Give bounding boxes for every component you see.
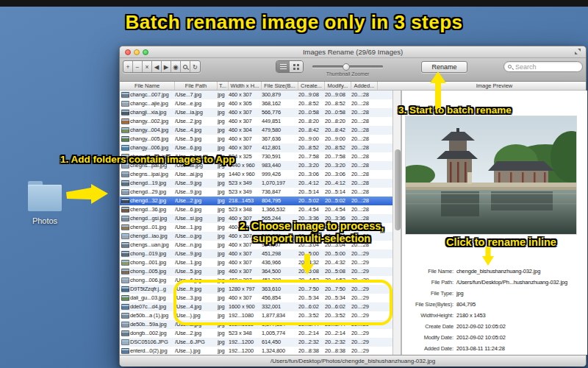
cell-name: changy...006.jpg: [130, 144, 175, 152]
cell-path: /Use...9.jpg: [175, 188, 218, 197]
list-view-icon: [280, 64, 287, 69]
table-row[interactable]: chengd...32.jpg/Use...2.jpgjpg218...1453…: [120, 197, 392, 205]
cell-dims: 523 x 349: [229, 188, 262, 197]
table-row[interactable]: chong...019.jpg/Use...9.jpgjpg460 x 3074…: [120, 250, 392, 258]
cell-type: jpg: [218, 126, 229, 135]
slider-knob[interactable]: [343, 63, 350, 71]
column-header-added[interactable]: Added...: [351, 82, 378, 90]
table-row[interactable]: changy...005.jpg/Use...5.jpgjpg460 x 307…: [120, 135, 392, 144]
cell-name: de50b...a (1).jpg: [130, 311, 175, 320]
cell-size: 730,591: [262, 152, 298, 161]
info-row: File Type:jpg: [402, 288, 588, 299]
table-row[interactable]: changc...007.jpg/Use...7.jpgjpg460 x 307…: [120, 91, 392, 99]
info-row: Create Date2012-09-02 10:05:02: [402, 321, 588, 332]
prev-button[interactable]: ◀: [152, 61, 162, 72]
cell-created: 20...5:14: [298, 188, 325, 197]
info-value[interactable]: chengde_bishushanzhuang-032.jpg: [453, 266, 588, 277]
info-value[interactable]: 2012-09-02 10:05:02: [453, 332, 588, 343]
add-button[interactable]: +: [123, 61, 133, 72]
cell-created: 20...8:20: [298, 117, 325, 126]
info-label: File Type:: [402, 288, 453, 299]
file-thumbnail-icon: [121, 145, 129, 151]
table-row[interactable]: chong...001.jpg/Use...1.jpgjpg460 x 3074…: [120, 258, 392, 267]
info-value[interactable]: 2012-09-02 10:05:02: [453, 321, 588, 332]
table-row[interactable]: enterd...0(2).jpg/Use...).jpgjpg192...12…: [120, 347, 392, 355]
thumbnail-zoomer-slider[interactable]: [312, 66, 383, 68]
table-row[interactable]: chong...005.jpg/Use...5.jpgjpg460 x 3073…: [120, 267, 392, 276]
column-header-size[interactable]: File Size(B...: [262, 82, 298, 90]
info-value[interactable]: 804,795: [453, 299, 588, 310]
banner-text: Batch rename image only in 3 steps: [0, 11, 588, 34]
desktop: Batch rename image only in 3 steps Photo…: [0, 0, 588, 368]
next-button[interactable]: ▶: [162, 61, 171, 72]
info-label: File Name:: [402, 266, 453, 277]
cell-modified: 20...9:00: [325, 135, 351, 144]
cell-dims: 192...1200: [229, 338, 262, 347]
info-value[interactable]: jpg: [453, 288, 588, 299]
step2-line1: 2. Choose image to process,: [218, 220, 406, 233]
file-thumbnail-icon: [121, 295, 129, 301]
table-row[interactable]: DSC05106.JPG/Use...6.JPGjpg192...1200614…: [120, 338, 392, 347]
column-header-name[interactable]: File Name: [120, 82, 175, 90]
title-bar: Images Rename (29/69 Images): [120, 46, 586, 58]
column-header-dims[interactable]: Width x H...: [229, 82, 262, 90]
table-row[interactable]: chengd...19.jpg/Use...9.jpgjpg523 x 3491…: [120, 179, 392, 188]
cell-name: chegns...ipai.jpg: [130, 170, 175, 179]
table-row[interactable]: changc...ajie.jpg/Use...e.jpgjpg460 x 30…: [120, 99, 392, 108]
table-row[interactable]: changy...006.jpg/Use...6.jpgjpg460 x 307…: [120, 144, 392, 152]
cell-type: jpg: [218, 99, 229, 108]
cell-size: 449,851: [262, 117, 298, 126]
photos-folder-icon[interactable]: [28, 181, 62, 213]
column-header-create[interactable]: Create...: [298, 82, 325, 90]
cell-name: changc...007.jpg: [130, 91, 175, 99]
search-field[interactable]: [503, 61, 583, 72]
cell-path: /Use...4.jpg: [175, 126, 218, 135]
cell-path: /Use...5.jpg: [175, 267, 218, 276]
resize-icon[interactable]: [575, 49, 581, 55]
cell-type: jpg: [218, 179, 229, 188]
table-row[interactable]: chengd...29.jpg/Use...9.jpgjpg523 x 3497…: [120, 188, 392, 197]
cell-added: 20...:28: [351, 179, 378, 188]
cell-path: /Use...).jpg: [175, 347, 218, 355]
cell-size: 1,005,774: [262, 329, 298, 338]
column-header-type[interactable]: T...: [218, 82, 229, 90]
column-header-modify[interactable]: Modify...: [325, 82, 351, 90]
status-bar: /Users/fun/Desktop/Photos/chengde_bishus…: [120, 355, 586, 367]
cell-path: /Use...2.jpg: [175, 117, 218, 126]
list-view-segment[interactable]: [276, 61, 290, 72]
table-row[interactable]: changy...002.jpg/Use...2.jpgjpg460 x 307…: [120, 117, 392, 126]
cell-added: 20...:29: [351, 347, 378, 355]
cell-modified: 20...4:54: [325, 205, 351, 214]
table-row[interactable]: chegns...ipai.jpg/Use...ai.jpgjpg1440 x …: [120, 170, 392, 179]
info-value[interactable]: /Users/fun/Desktop/Ph...hushanzhuang-032…: [453, 277, 588, 288]
search-button[interactable]: [181, 61, 190, 72]
multi-selection-highlight-box: [173, 280, 392, 325]
cell-modified: 20...5:14: [325, 188, 351, 197]
refresh-button[interactable]: ↻: [190, 61, 200, 72]
delete-button[interactable]: ×: [143, 61, 152, 72]
cell-added: 20...:28: [351, 152, 378, 161]
cell-name: changji...xia.jpg: [130, 108, 175, 117]
table-row[interactable]: dongb...002.jpg/Use...2.jpgjpg523 x 3481…: [120, 329, 392, 338]
preview-button[interactable]: ◉: [171, 61, 181, 72]
file-info-list: File Name:chengde_bishushanzhuang-032.jp…: [402, 266, 588, 354]
info-value[interactable]: 2013-08-11 11:24:28: [453, 343, 588, 354]
cell-name: enterd...0(2).jpg: [130, 347, 175, 355]
table-row[interactable]: chengd...36.jpg/Use...6.jpgjpg523 x 3481…: [120, 205, 392, 214]
cell-path: /Use...9.jpg: [175, 179, 218, 188]
cell-created: 20...2:32: [298, 338, 325, 347]
search-input[interactable]: [514, 63, 576, 71]
cell-path: /Use...6.jpg: [175, 144, 218, 152]
table-row[interactable]: changy...004.jpg/Use...4.jpgjpg460 x 304…: [120, 126, 392, 135]
column-header-path[interactable]: File Path: [175, 82, 218, 90]
grid-view-segment[interactable]: [290, 61, 303, 72]
table-row[interactable]: changji...xia.jpg/Use...ia.jpgjpg460 x 3…: [120, 108, 392, 117]
scrollbar-thumb[interactable]: [395, 149, 401, 230]
cell-size: 412,801: [262, 144, 298, 152]
cell-size: 364,500: [262, 267, 298, 276]
info-value[interactable]: 2180 x 1453: [453, 310, 588, 321]
remove-button[interactable]: −: [133, 61, 143, 72]
file-thumbnail-icon: [121, 171, 129, 177]
info-label: Modify Date:: [402, 332, 453, 343]
cell-type: jpg: [218, 135, 229, 144]
